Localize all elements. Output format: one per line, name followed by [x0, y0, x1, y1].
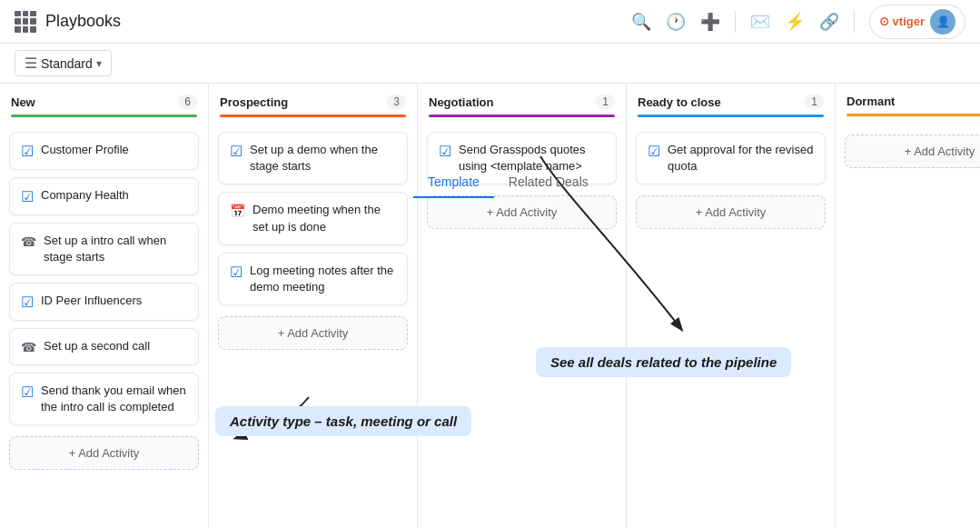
activity-text: Get approval for the revised quota [668, 142, 814, 174]
history-icon[interactable]: 🕐 [666, 12, 686, 32]
add-icon[interactable]: ➕ [700, 12, 720, 32]
column-dormant: Dormant+ Add Activity [836, 84, 980, 528]
share-icon[interactable]: 🔗 [819, 12, 839, 32]
task-icon: ☑ [21, 143, 34, 160]
task-icon: ☑ [21, 188, 34, 205]
column-count-prospecting: 3 [387, 95, 406, 109]
header-left: Playbooks [15, 11, 121, 33]
grid-icon[interactable] [15, 11, 36, 33]
vtiger-logo: ⊙ vtiger [879, 15, 925, 28]
activity-card[interactable]: ☑Set up a demo when the stage starts [218, 132, 408, 184]
column-prospecting: Prospecting3☑Set up a demo when the stag… [209, 84, 418, 528]
activity-text: Set up a demo when the stage starts [250, 142, 396, 174]
column-header-dormant: Dormant [836, 84, 980, 125]
activity-text: ID Peer Influencers [41, 293, 142, 309]
search-icon[interactable]: 🔍 [631, 12, 651, 32]
column-bar-prospecting [220, 115, 406, 117]
activity-card[interactable]: ☑Log meeting notes after the demo meetin… [218, 253, 408, 305]
add-activity-btn-prospecting[interactable]: + Add Activity [218, 316, 408, 350]
main-area: Template Related Deals New6☑Customer Pro… [0, 84, 980, 528]
menu-icon: ☰ [25, 55, 37, 72]
add-activity-btn-negotiation[interactable]: + Add Activity [427, 195, 617, 229]
activity-card[interactable]: ☎Set up a intro call when stage starts [9, 223, 199, 275]
header-right: 🔍 🕐 ➕ ✉️ ⚡ 🔗 ⊙ vtiger 👤 [631, 5, 965, 39]
column-title-dormant: Dormant [846, 95, 895, 108]
call-icon: ☎ [21, 340, 36, 354]
column-bar-ready-to-close [638, 115, 824, 117]
activity-card[interactable]: ☑Send thank you email when the intro cal… [9, 373, 199, 425]
column-items-dormant: + Add Activity [836, 125, 980, 528]
activity-card[interactable]: ☎Set up a second call [9, 328, 199, 364]
column-title-negotiation: Negotiation [429, 95, 494, 109]
columns-container: New6☑Customer Profile☑Company Health☎Set… [0, 84, 980, 528]
app-title: Playbooks [45, 12, 121, 31]
add-activity-btn-new[interactable]: + Add Activity [9, 436, 199, 470]
column-new: New6☑Customer Profile☑Company Health☎Set… [0, 84, 209, 528]
column-bar-dormant [846, 114, 980, 116]
column-title-row-negotiation: Negotiation1 [429, 95, 615, 109]
column-count-new: 6 [178, 95, 197, 109]
activity-text: Log meeting notes after the demo meeting [250, 263, 396, 295]
column-title-row-ready-to-close: Ready to close1 [638, 95, 824, 109]
activity-text: Company Health [41, 187, 129, 204]
activity-card[interactable]: ☑Customer Profile [9, 132, 199, 170]
bolt-icon[interactable]: ⚡ [785, 12, 805, 32]
user-badge[interactable]: ⊙ vtiger 👤 [869, 5, 965, 39]
column-items-new: ☑Customer Profile☑Company Health☎Set up … [0, 126, 208, 528]
column-ready-to-close: Ready to close1☑Get approval for the rev… [627, 84, 836, 528]
task-icon: ☑ [230, 143, 243, 160]
task-icon: ☑ [648, 143, 660, 160]
divider [735, 11, 736, 33]
chevron-down-icon: ▾ [96, 57, 102, 70]
column-header-negotiation: Negotiation1 [418, 84, 626, 126]
column-header-ready-to-close: Ready to close1 [627, 84, 835, 126]
add-activity-btn-ready-to-close[interactable]: + Add Activity [636, 195, 826, 229]
standard-select[interactable]: ☰ Standard ▾ [15, 50, 112, 76]
column-title-ready-to-close: Ready to close [638, 95, 721, 109]
column-title-row-prospecting: Prospecting3 [220, 95, 406, 109]
tab-related-deals[interactable]: Related Deals [494, 167, 603, 198]
activity-card[interactable]: ☑Company Health [9, 177, 199, 215]
column-count-negotiation: 1 [596, 95, 615, 109]
column-count-ready-to-close: 1 [805, 95, 824, 109]
column-negotiation: Negotiation1☑Send Grasspods quotes using… [418, 84, 627, 528]
activity-text: Demo meeting when the set up is done [252, 202, 396, 234]
column-bar-new [11, 115, 197, 117]
activity-card[interactable]: ☑ID Peer Influencers [9, 283, 199, 321]
column-header-new: New6 [0, 84, 208, 126]
activity-card[interactable]: 📅Demo meeting when the set up is done [218, 192, 408, 244]
task-icon: ☑ [21, 384, 34, 401]
column-title-row-new: New6 [11, 95, 197, 109]
column-title-prospecting: Prospecting [220, 95, 288, 109]
column-title-new: New [11, 95, 35, 109]
toolbar-label: Standard [41, 56, 93, 71]
header: Playbooks 🔍 🕐 ➕ ✉️ ⚡ 🔗 ⊙ vtiger 👤 [0, 0, 980, 44]
column-bar-negotiation [429, 115, 615, 117]
call-icon: ☎ [21, 234, 36, 249]
column-items-prospecting: ☑Set up a demo when the stage starts📅Dem… [209, 126, 417, 528]
activity-text: Set up a second call [44, 338, 150, 354]
divider2 [854, 11, 855, 33]
task-icon: ☑ [230, 264, 243, 281]
tab-template[interactable]: Template [413, 167, 494, 198]
activity-text: Send thank you email when the intro call… [41, 383, 187, 415]
task-icon: ☑ [21, 294, 34, 311]
column-title-row-dormant: Dormant [846, 95, 980, 108]
toolbar: ☰ Standard ▾ [0, 44, 980, 84]
mail-icon[interactable]: ✉️ [750, 12, 770, 32]
meeting-icon: 📅 [230, 204, 245, 218]
column-items-ready-to-close: ☑Get approval for the revised quota+ Add… [627, 126, 835, 528]
avatar: 👤 [930, 9, 955, 35]
task-icon: ☑ [439, 143, 451, 160]
tab-bar: Template Related Deals [413, 167, 603, 198]
activity-text: Set up a intro call when stage starts [44, 233, 187, 265]
activity-card[interactable]: ☑Get approval for the revised quota [636, 132, 826, 184]
add-activity-btn-dormant[interactable]: + Add Activity [845, 134, 980, 168]
activity-text: Customer Profile [41, 142, 129, 158]
column-header-prospecting: Prospecting3 [209, 84, 417, 126]
